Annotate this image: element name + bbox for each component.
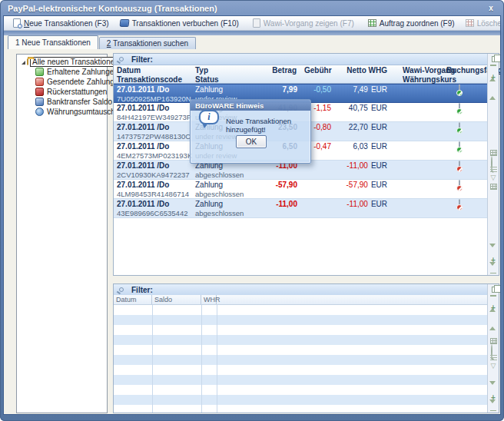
new-transactions-button[interactable]: Neue Transaktionen (F3) [8,17,114,30]
search-icon[interactable] [489,157,498,164]
empty-row [114,385,487,395]
red-grid-icon [466,19,474,27]
bookable-blocked-icon [459,161,460,171]
green-grid-icon [368,19,376,27]
search-document-icon [13,18,21,28]
document-icon [253,18,260,28]
bookable-check-icon [459,122,460,132]
green-payment-icon [35,68,44,76]
filter-icon[interactable]: ▽ [489,362,498,370]
empty-row [114,325,487,335]
column-whr[interactable]: WHR [201,295,217,304]
screen: PayPal-elektronischer Kontoauszug (Trans… [0,0,504,421]
grid-view-icon[interactable] [490,150,497,156]
tree-root[interactable]: Alle neuen Transaktionen [17,57,107,67]
empty-row [114,395,487,405]
list-icon[interactable] [490,355,497,361]
empty-row [114,405,487,413]
column-datum[interactable]: Datum [114,295,152,304]
saldo-side-toolbar: + ▽ + [487,284,499,413]
empty-row [114,345,487,355]
scroll-up-icon[interactable] [489,313,498,321]
refund-icon [35,88,44,96]
export-icon[interactable] [490,184,497,190]
transaction-row[interactable]: 27.01.2011 /Do4LM98453R41486714 Zahlunga… [114,180,487,199]
bookable-blocked-icon [459,199,460,209]
bookable-check-icon [459,103,460,113]
toolbar: Neue Transaktionen (F3) Transaktionen ve… [4,16,500,31]
copy-icon[interactable] [492,56,497,62]
saldo-rows [114,305,487,413]
scroll-to-bottom-icon[interactable] [489,403,498,411]
grid-view-icon[interactable] [490,338,497,344]
add-row-icon[interactable]: + [489,74,498,81]
empty-row [114,375,487,385]
search-icon[interactable] [489,345,498,353]
info-bubble-icon: i [199,110,219,124]
filter-search-icon [119,287,124,292]
empty-row [114,355,487,365]
expand-arrow-icon[interactable] [22,61,25,65]
tree-item-waehrungsumtausch[interactable]: Währungsumtausch [17,107,107,117]
tree-item-banktransfer-saldo[interactable]: Banktransfer Saldo [17,97,107,107]
window-title: PayPal-elektronischer Kontoauszug (Trans… [8,4,486,13]
filter-search-icon [119,57,124,61]
scroll-down-icon[interactable] [489,385,498,393]
ok-button[interactable]: OK [236,135,267,148]
tree-item-erhaltene-zahlungen[interactable]: Erhaltene Zahlungen [17,67,107,77]
tree-item-rueckerstattungen[interactable]: Rückerstattungen [17,87,107,97]
empty-row [114,365,487,375]
assign-order-button[interactable]: Auftrag zuordnen (F9) [363,17,460,30]
add-row-icon[interactable]: + [489,304,498,312]
dialog-title-bar[interactable]: BüroWARE Hinweis [191,100,310,111]
column-divider [217,305,217,413]
tab-transaktionen-suchen[interactable]: 2 Transaktionen suchen [99,37,196,49]
currency-globe-icon [35,108,44,116]
post-transactions-button[interactable]: Transaktionen verbuchen (F10) [114,17,244,30]
delete-assignment-button: Löschen Zuordnung Auftrag (F4) [460,17,501,30]
column-divider [201,305,202,413]
tab-bar: 1 Neue Transaktionen 2 Transaktionen suc… [4,35,500,49]
scroll-up-icon[interactable] [489,83,498,91]
copy-icon[interactable] [492,287,497,293]
dialog-message: Neue Transaktionen hinzugefügt! [226,117,307,134]
transactions-panel: Filter: DatumTransaktionscode TypStatus … [113,53,499,276]
filter-icon[interactable]: ▽ [489,174,498,181]
close-icon[interactable]: x [486,4,496,14]
category-tree: Alle neuen Transaktionen Erhaltene Zahlu… [16,54,108,413]
bank-book-icon [35,98,44,106]
folder-icon [27,58,28,65]
column-divider [152,305,153,413]
scroll-to-bottom-icon[interactable] [489,266,498,273]
table-header[interactable]: DatumTransaktionscode TypStatus Betrag G… [114,65,487,84]
tree-item-gesendete-zahlungen[interactable]: Gesendete Zahlungen [17,77,107,87]
empty-row [114,335,487,345]
dialog-title: BüroWARE Hinweis [195,101,264,110]
list-icon[interactable] [490,167,497,173]
red-payment-icon [35,78,44,86]
column-saldo[interactable]: Saldo [152,295,201,304]
saldo-panel: Filter: Datum Saldo WHR [113,283,499,413]
bookable-blocked-icon [459,180,460,190]
window-body: Neue Transaktionen (F3) Transaktionen ve… [3,15,501,415]
transaction-row[interactable]: 27.01.2011 /Do43E989696C6535442 Zahlunga… [114,199,487,218]
empty-row [114,315,487,325]
scroll-down-icon[interactable] [489,247,498,255]
book-icon [119,19,129,27]
tree-root-label[interactable]: Alle neuen Transaktionen [30,57,121,67]
hinweis-dialog: BüroWARE Hinweis i Neue Transaktionen hi… [190,99,311,164]
bookable-check-icon [459,85,460,94]
saldo-table-header[interactable]: Datum Saldo WHR [114,295,487,305]
empty-row [114,305,487,315]
scroll-to-top-icon[interactable] [489,65,498,72]
filter-label: Filter: [131,286,153,294]
transactions-filter-bar[interactable]: Filter: [114,54,499,65]
filter-label: Filter: [131,55,153,64]
bookable-check-icon [459,141,460,151]
title-bar: PayPal-elektronischer Kontoauszug (Trans… [8,2,496,15]
tab-neue-transaktionen[interactable]: 1 Neue Transaktionen [8,35,98,49]
show-wawi-button: Wawi-Vorgang zeigen (F7) [247,17,360,30]
table-side-toolbar: + ▽ + [487,54,499,275]
saldo-filter-bar[interactable]: Filter: [114,284,499,296]
scroll-to-top-icon[interactable] [489,295,498,303]
